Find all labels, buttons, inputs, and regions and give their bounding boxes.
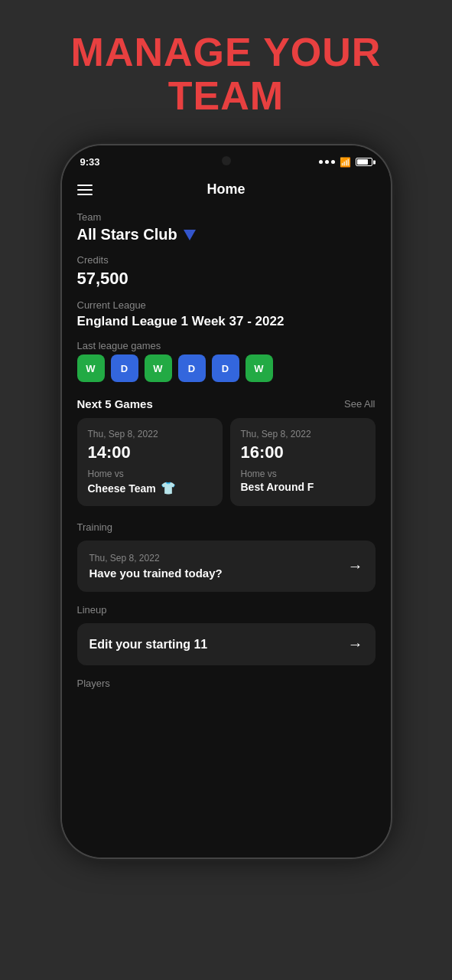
players-label: Players	[77, 678, 376, 689]
training-date: Thu, Sep 8, 2022	[89, 553, 223, 564]
badge-w2: W	[145, 354, 172, 382]
badge-w3: W	[246, 354, 273, 382]
training-section: Training Thu, Sep 8, 2022 Have you train…	[77, 521, 376, 592]
game2-team: Best Around F	[241, 481, 365, 493]
lineup-section: Lineup Edit your starting 11 →	[77, 604, 376, 665]
credits-section: Credits 57,500	[77, 254, 376, 289]
game1-team: Cheese Team 👕	[88, 481, 212, 495]
shirt-icon-1: 👕	[161, 481, 176, 495]
badge-d3: D	[212, 354, 239, 382]
team-label: Team	[77, 211, 376, 223]
game2-time: 16:00	[241, 443, 365, 462]
game1-label: Home vs	[88, 469, 212, 479]
training-arrow-icon: →	[348, 557, 363, 575]
games-row: Thu, Sep 8, 2022 14:00 Home vs Cheese Te…	[77, 418, 376, 506]
lineup-label: Lineup	[77, 604, 376, 616]
game1-time: 14:00	[88, 443, 212, 462]
signal-dots	[319, 160, 335, 164]
lineup-card[interactable]: Edit your starting 11 →	[77, 623, 376, 665]
training-card-left: Thu, Sep 8, 2022 Have you trained today?	[89, 553, 223, 580]
last-games-section: Last league games W D W D D W	[77, 340, 376, 382]
game-badges-row: W D W D D W	[77, 354, 376, 382]
battery-icon	[356, 158, 372, 166]
badge-d1: D	[111, 354, 138, 382]
game1-date: Thu, Sep 8, 2022	[88, 429, 212, 439]
wifi-icon: 📶	[340, 157, 351, 168]
last-games-label: Last league games	[77, 340, 376, 351]
phone-screen: 9:33 📶 Home Team	[62, 145, 391, 858]
league-section: Current League England League 1 Week 37 …	[77, 299, 376, 329]
team-badge-icon	[184, 230, 196, 240]
app-header: Home	[62, 174, 391, 205]
lineup-card-text: Edit your starting 11	[89, 638, 208, 652]
badge-d2: D	[178, 354, 206, 382]
game2-date: Thu, Sep 8, 2022	[241, 429, 365, 439]
league-value: England League 1 Week 37 - 2022	[77, 314, 376, 329]
league-label: Current League	[77, 299, 376, 311]
training-card[interactable]: Thu, Sep 8, 2022 Have you trained today?…	[77, 541, 376, 592]
see-all-link[interactable]: See All	[344, 398, 375, 410]
page-title: MANAGE YOUR TEAM	[71, 31, 382, 118]
training-question: Have you trained today?	[89, 567, 223, 580]
game-card-1[interactable]: Thu, Sep 8, 2022 14:00 Home vs Cheese Te…	[77, 418, 223, 506]
phone-frame: 9:33 📶 Home Team	[62, 145, 391, 858]
camera-cutout	[222, 156, 231, 165]
training-label: Training	[77, 521, 376, 533]
game-card-2[interactable]: Thu, Sep 8, 2022 16:00 Home vs Best Arou…	[230, 418, 376, 506]
hamburger-menu-icon[interactable]	[77, 185, 93, 195]
screen-content: Team All Stars Club Credits 57,500 Curre…	[62, 205, 391, 858]
credits-label: Credits	[77, 254, 376, 266]
badge-w1: W	[77, 354, 105, 382]
next5-section: Next 5 Games See All Thu, Sep 8, 2022 14…	[77, 397, 376, 506]
next5-label: Next 5 Games	[77, 397, 153, 410]
team-name: All Stars Club	[77, 226, 376, 243]
next5-header: Next 5 Games See All	[77, 397, 376, 410]
status-time: 9:33	[80, 156, 100, 168]
credits-value: 57,500	[77, 269, 376, 289]
lineup-arrow-icon: →	[348, 635, 363, 653]
status-icons: 📶	[319, 157, 372, 168]
game2-label: Home vs	[241, 469, 365, 479]
team-section: Team All Stars Club	[77, 211, 376, 243]
header-title: Home	[93, 181, 360, 198]
